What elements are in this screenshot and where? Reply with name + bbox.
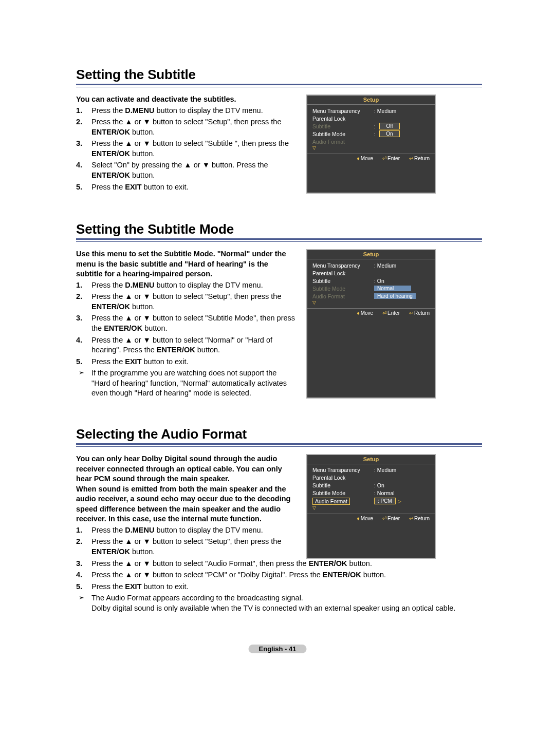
- osd-row: Subtitle Mode: Normal: [307, 489, 435, 497]
- triangle-down-icon: ▽: [307, 505, 435, 511]
- osd-row: Audio FormatHard of hearing: [307, 292, 435, 300]
- section-subtitle: Setting the Subtitle You can activate an…: [76, 67, 482, 194]
- osd-title: Setup: [307, 455, 435, 464]
- text-column: You can only hear Dolby Digital sound th…: [76, 454, 482, 613]
- osd-row: Parental Lock: [307, 474, 435, 482]
- step-item: Press the ▲ or ▼ button to select "Setup…: [76, 117, 296, 137]
- section-rule: [76, 443, 482, 447]
- step-item: Press the D.MENU button to display the D…: [76, 525, 296, 536]
- step-item: Press the ▲ or ▼ button to select "Setup…: [76, 292, 296, 312]
- step-item: Press the ▲ or ▼ button to select "Subti…: [76, 313, 296, 333]
- step-item: Press the ▲ or ▼ button to select "Audio…: [76, 559, 482, 569]
- section-title: Setting the Subtitle Mode: [76, 221, 482, 237]
- step-item: Press the EXIT button to exit.: [76, 182, 296, 193]
- step-item: Press the ▲ or ▼ button to select "PCM" …: [76, 570, 482, 580]
- section-title: Setting the Subtitle: [76, 67, 482, 83]
- section-rule: [76, 84, 482, 87]
- triangle-down-icon: ▽: [307, 145, 435, 150]
- osd-screenshot: SetupMenu Transparency: MediumParental L…: [306, 454, 436, 559]
- section-audio-format: Selecting the Audio Format You can only …: [76, 426, 482, 613]
- step-item: Press the ▲ or ▼ button to select "Setup…: [76, 537, 296, 557]
- osd-row: Audio Format: PCM▷: [307, 497, 435, 505]
- osd-title: Setup: [307, 250, 435, 259]
- text-column: Use this menu to set the Subtitle Mode. …: [76, 249, 296, 399]
- note-item: The Audio Format appears according to th…: [76, 593, 482, 613]
- steps-list-cont: Press the ▲ or ▼ button to select "Audio…: [76, 559, 482, 592]
- steps-list: Press the D.MENU button to display the D…: [76, 280, 296, 367]
- step-item: Press the D.MENU button to display the D…: [76, 280, 296, 291]
- section-title: Selecting the Audio Format: [76, 426, 482, 442]
- osd-row: Parental Lock: [307, 115, 435, 122]
- triangle-down-icon: ▽: [307, 300, 435, 305]
- intro-text: You can only hear Dolby Digital sound th…: [76, 454, 296, 524]
- page-number: English - 41: [249, 645, 307, 653]
- osd-footer: ♦Move⏎Enter↩Return: [307, 514, 435, 522]
- osd-row: Subtitle:Off: [307, 122, 435, 130]
- osd-row: Subtitle ModeNormal: [307, 285, 435, 292]
- page-content: Setting the Subtitle You can activate an…: [76, 67, 482, 641]
- osd-screenshot: SetupMenu Transparency: MediumParental L…: [306, 249, 436, 399]
- text-column: You can activate and deactivate the subt…: [76, 94, 296, 194]
- osd-footer: ♦Move⏎Enter↩Return: [307, 154, 435, 162]
- note-item: If the programme you are watching does n…: [76, 368, 296, 399]
- intro-text: Use this menu to set the Subtitle Mode. …: [76, 249, 296, 279]
- osd-footer: ♦Move⏎Enter↩Return: [307, 308, 435, 317]
- step-item: Press the EXIT button to exit.: [76, 582, 482, 592]
- intro-text: You can activate and deactivate the subt…: [76, 94, 296, 105]
- steps-list: Press the D.MENU button to display the D…: [76, 525, 296, 557]
- osd-row: Subtitle: On: [307, 482, 435, 489]
- step-item: Select "On" by pressing the ▲ or ▼ butto…: [76, 160, 296, 180]
- osd-screenshot: SetupMenu Transparency: MediumParental L…: [306, 94, 436, 194]
- osd-row: Parental Lock: [307, 269, 435, 277]
- steps-list: Press the D.MENU button to display the D…: [76, 106, 296, 193]
- section-rule: [76, 238, 482, 242]
- step-item: Press the ▲ or ▼ button to select "Subti…: [76, 139, 296, 159]
- step-item: Press the ▲ or ▼ button to select "Norma…: [76, 335, 296, 355]
- osd-row: Audio Format: [307, 138, 435, 145]
- osd-row: Menu Transparency: Medium: [307, 261, 435, 269]
- step-item: Press the EXIT button to exit.: [76, 357, 296, 367]
- section-subtitle-mode: Setting the Subtitle Mode Use this menu …: [76, 221, 482, 399]
- osd-row: Subtitle Mode:On: [307, 130, 435, 138]
- osd-row: Menu Transparency: Medium: [307, 107, 435, 115]
- osd-row: Menu Transparency: Medium: [307, 466, 435, 474]
- step-item: Press the D.MENU button to display the D…: [76, 106, 296, 116]
- osd-row: Subtitle: On: [307, 277, 435, 285]
- osd-title: Setup: [307, 96, 435, 105]
